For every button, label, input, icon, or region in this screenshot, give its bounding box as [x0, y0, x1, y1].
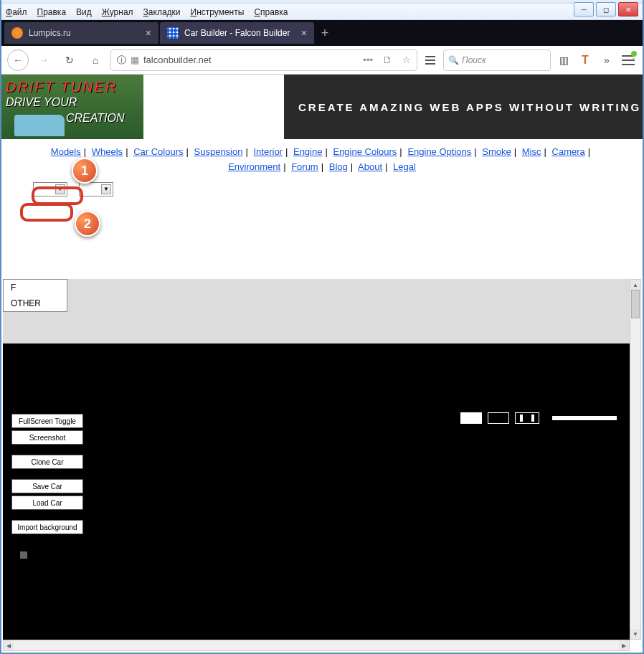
nav-environment[interactable]: Environment [228, 161, 280, 172]
nav-wheels[interactable]: Wheels [92, 146, 123, 157]
permissions-icon[interactable]: ▦ [131, 54, 139, 65]
ad-banner[interactable]: CREATE AMAZING WEB APPS WITHOUT WRITING [284, 75, 643, 139]
menu-view[interactable]: Вид [76, 7, 92, 17]
window-close-button[interactable]: ✕ [618, 2, 638, 16]
menu-edit[interactable]: Правка [37, 7, 67, 17]
tab-title: Car Builder - Falcon Builder [184, 28, 290, 38]
address-bar[interactable]: ⓘ ▦ falconbuilder.net ••• 🗋 ☆ [110, 49, 417, 71]
app-canvas-area: FullScreen Toggle Screenshot Clone Car S… [3, 279, 630, 640]
annotation-badge-2: 2 [75, 211, 100, 237]
site-logo[interactable]: DRIFT TUNER DRIVE YOUR CREATION [1, 75, 143, 139]
tab-close-button[interactable]: × [301, 27, 307, 39]
scroll-down-icon[interactable]: ▼ [630, 629, 640, 639]
dropdown-option-f[interactable]: F [4, 280, 67, 295]
nav-smoke[interactable]: Smoke [482, 146, 511, 157]
browser-tabstrip: Lumpics.ru × Car Builder - Falcon Builde… [1, 20, 643, 46]
home-button[interactable]: ⌂ [85, 49, 106, 71]
window-minimize-button[interactable]: ─ [574, 2, 594, 16]
dropdown-option-other[interactable]: OTHER [4, 295, 67, 311]
browser-toolbar: ← → ↻ ⌂ ⓘ ▦ falconbuilder.net ••• 🗋 ☆ 🔍 … [1, 46, 643, 75]
nav-interior[interactable]: Interior [253, 146, 282, 157]
scroll-up-icon[interactable]: ▲ [630, 280, 640, 290]
tab-lumpics[interactable]: Lumpics.ru × [4, 22, 158, 44]
chevron-down-icon: ▼ [101, 184, 111, 194]
new-tab-button[interactable]: + [316, 24, 334, 42]
scroll-left-icon[interactable]: ◀ [4, 640, 14, 650]
nav-blog[interactable]: Blog [329, 161, 348, 172]
logo-line3: CREATION [66, 112, 124, 125]
stop-icon[interactable] [20, 551, 27, 559]
car-model-select[interactable]: ▼ [79, 182, 113, 196]
save-car-button[interactable]: Save Car [11, 479, 83, 493]
sidebar-button[interactable]: ▥ [555, 52, 572, 69]
nav-misc[interactable]: Misc [522, 146, 541, 157]
search-icon: 🔍 [448, 55, 459, 65]
zoom-slider[interactable] [552, 416, 617, 420]
annotation-badge-1: 1 [72, 158, 98, 184]
library-button[interactable] [422, 52, 439, 69]
screenshot-button[interactable]: Screenshot [11, 430, 83, 445]
horizontal-scrollbar[interactable]: ◀ ▶ [3, 640, 630, 651]
menu-help[interactable]: Справка [254, 7, 288, 17]
url-text: falconbuilder.net [143, 54, 212, 65]
forward-button[interactable]: → [33, 49, 55, 71]
menu-file[interactable]: ФФайлайл [6, 7, 27, 17]
window-maximize-button[interactable]: ◻ [596, 2, 616, 16]
logo-line1: DRIFT TUNER [6, 79, 117, 95]
ad-text: CREATE AMAZING WEB APPS WITHOUT WRITING [298, 101, 641, 113]
nav-suspension[interactable]: Suspension [194, 146, 243, 157]
car-graphic [14, 115, 65, 136]
nav-engine[interactable]: Engine [293, 146, 322, 157]
favicon-icon [11, 27, 23, 39]
site-nav: Models| Wheels| Car Colours| Suspension|… [1, 139, 643, 181]
overflow-button[interactable]: » [598, 52, 615, 69]
nav-forum[interactable]: Forum [291, 161, 318, 172]
scroll-thumb[interactable] [631, 290, 640, 318]
reader-mode-icon[interactable]: 🗋 [383, 54, 392, 65]
logo-line2: DRIVE YOUR [6, 96, 77, 109]
page-actions-button[interactable]: ••• [363, 54, 373, 65]
tab-carbuilder[interactable]: Car Builder - Falcon Builder × [160, 22, 314, 44]
reload-button[interactable]: ↻ [59, 49, 80, 71]
view-rear-icon[interactable] [515, 412, 539, 424]
search-placeholder: Поиск [462, 55, 486, 65]
vertical-scrollbar[interactable]: ▲ ▼ [630, 279, 641, 640]
import-background-button[interactable]: Import background [11, 520, 83, 534]
tab-close-button[interactable]: × [146, 27, 151, 39]
nav-models[interactable]: Models [51, 146, 81, 157]
back-button[interactable]: ← [7, 49, 29, 71]
view-front-icon[interactable] [488, 412, 509, 424]
menu-history[interactable]: Журнал [102, 7, 133, 17]
tab-title: Lumpics.ru [29, 28, 71, 38]
clone-car-button[interactable]: Clone Car [11, 455, 83, 469]
search-bar[interactable]: 🔍 Поиск [443, 49, 551, 71]
app-menubar: ФФайлайл Правка Вид Журнал Закладки Инст… [1, 4, 643, 20]
fullscreen-toggle-button[interactable]: FullScreen Toggle [11, 414, 83, 428]
menu-tools[interactable]: Инструменты [191, 7, 245, 17]
scroll-right-icon[interactable]: ▶ [619, 640, 629, 650]
nav-engine-colours[interactable]: Engine Colours [333, 146, 397, 157]
view-side-icon[interactable] [460, 412, 482, 424]
favicon-icon [167, 27, 179, 39]
extension-t-button[interactable]: T [577, 52, 594, 69]
render-canvas[interactable]: FullScreen Toggle Screenshot Clone Car S… [3, 343, 630, 640]
load-car-button[interactable]: Load Car [11, 496, 83, 510]
annotation-ring-2 [20, 203, 73, 222]
nav-engine-options[interactable]: Engine Options [407, 146, 471, 157]
make-dropdown-list: F OTHER [3, 279, 67, 312]
nav-camera[interactable]: Camera [552, 146, 585, 157]
bookmark-star-icon[interactable]: ☆ [402, 54, 411, 65]
nav-about[interactable]: About [358, 161, 382, 172]
nav-car-colours[interactable]: Car Colours [133, 146, 183, 157]
info-icon[interactable]: ⓘ [117, 54, 126, 67]
nav-legal[interactable]: Legal [393, 161, 416, 172]
menu-bookmarks[interactable]: Закладки [143, 7, 181, 17]
app-menu-button[interactable] [620, 52, 637, 69]
